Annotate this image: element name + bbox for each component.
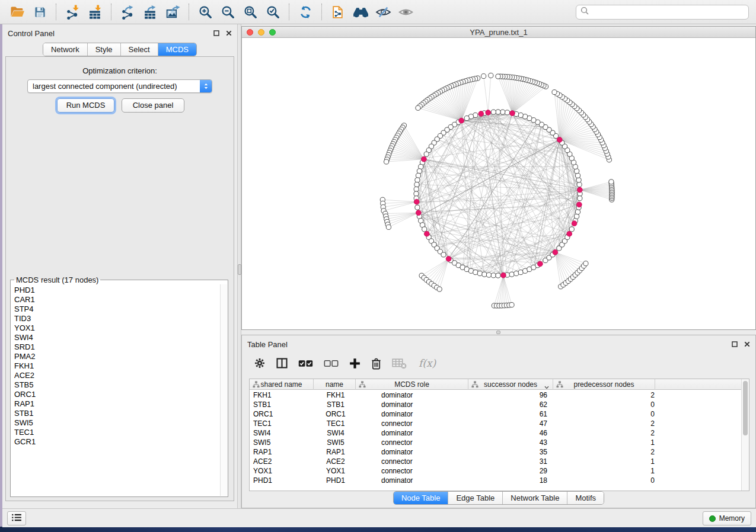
cell-mcds_role[interactable]: connector: [357, 457, 470, 466]
list-item[interactable]: PMA2: [14, 352, 220, 361]
column-header-MCDS-role[interactable]: MCDS role: [356, 379, 468, 390]
scrollbar-thumb[interactable]: [743, 381, 748, 435]
cell-successor_nodes[interactable]: 29: [470, 466, 556, 476]
memory-button[interactable]: Memory: [703, 511, 751, 525]
delete-column-button[interactable]: [371, 357, 382, 370]
cell-mcds_role[interactable]: connector: [357, 466, 470, 476]
cell-shared_name[interactable]: STB1: [250, 400, 314, 409]
list-item[interactable]: FKH1: [14, 361, 220, 371]
tab-network-table[interactable]: Network Table: [502, 492, 567, 504]
cell-name[interactable]: SWI5: [314, 438, 357, 447]
table-row[interactable]: SWI4SWI4dominator462: [250, 428, 742, 438]
list-item[interactable]: GCR1: [14, 437, 220, 447]
cell-shared_name[interactable]: YOX1: [250, 466, 314, 476]
cell-name[interactable]: FKH1: [314, 390, 357, 400]
cell-name[interactable]: RAP1: [314, 447, 357, 457]
list-item[interactable]: SWI5: [14, 418, 220, 428]
select-all-button[interactable]: [298, 358, 314, 368]
cell-name[interactable]: STB1: [314, 400, 357, 409]
tab-mcds[interactable]: MCDS: [158, 43, 196, 56]
table-row[interactable]: PHD1PHD1dominator180: [250, 476, 742, 485]
float-window-icon[interactable]: [212, 29, 220, 37]
zoom-out-button[interactable]: [216, 2, 239, 22]
cell-successor_nodes[interactable]: 43: [470, 438, 556, 447]
column-header-predecessor-nodes[interactable]: predecessor nodes: [553, 379, 655, 390]
save-session-button[interactable]: [28, 2, 51, 22]
cell-successor_nodes[interactable]: 31: [470, 457, 556, 466]
column-header-name[interactable]: name: [314, 379, 356, 390]
network-search-box[interactable]: [576, 5, 749, 20]
table-scrollbar[interactable]: [741, 379, 749, 491]
search-input[interactable]: [592, 8, 744, 17]
cell-predecessor_nodes[interactable]: 0: [556, 409, 658, 419]
cell-successor_nodes[interactable]: 61: [470, 409, 556, 419]
cell-successor_nodes[interactable]: 46: [470, 428, 556, 438]
cell-mcds_role[interactable]: dominator: [357, 428, 470, 438]
cell-successor_nodes[interactable]: 18: [470, 476, 556, 485]
list-item[interactable]: TID3: [14, 314, 220, 323]
cell-successor_nodes[interactable]: 47: [470, 419, 556, 428]
list-item[interactable]: CAR1: [14, 295, 220, 305]
status-menu-button[interactable]: [7, 511, 26, 525]
cell-successor_nodes[interactable]: 35: [470, 447, 556, 457]
zoom-in-button[interactable]: [194, 2, 216, 22]
list-item[interactable]: TEC1: [14, 428, 220, 437]
cell-shared_name[interactable]: FKH1: [250, 390, 314, 400]
new-network-from-selection-button[interactable]: [327, 2, 349, 22]
close-panel-icon[interactable]: [225, 29, 232, 37]
list-item[interactable]: PHD1: [14, 286, 220, 295]
table-row[interactable]: RAP1RAP1dominator352: [250, 447, 742, 457]
cell-shared_name[interactable]: ACE2: [250, 457, 314, 466]
list-item[interactable]: STB5: [14, 380, 220, 390]
splitter-handle[interactable]: [496, 331, 500, 334]
cell-name[interactable]: TEC1: [314, 419, 357, 428]
cell-name[interactable]: PHD1: [314, 476, 357, 485]
cell-mcds_role[interactable]: dominator: [357, 390, 470, 400]
export-table-button[interactable]: [139, 2, 161, 22]
cell-mcds_role[interactable]: connector: [357, 438, 470, 447]
column-layout-button[interactable]: [276, 357, 288, 369]
zoom-selected-button[interactable]: [261, 2, 284, 22]
zoom-fit-button[interactable]: [239, 2, 261, 22]
table-row[interactable]: ACE2ACE2connector311: [250, 457, 742, 466]
tab-motifs[interactable]: Motifs: [567, 492, 604, 504]
cell-shared_name[interactable]: ORC1: [250, 409, 314, 419]
cell-mcds_role[interactable]: dominator: [357, 400, 470, 409]
tab-network[interactable]: Network: [43, 43, 87, 56]
open-file-button[interactable]: [6, 2, 28, 22]
list-item[interactable]: STB1: [14, 409, 220, 418]
cell-shared_name[interactable]: RAP1: [250, 447, 314, 457]
column-header-shared-name[interactable]: shared name: [250, 379, 314, 390]
tab-edge-table[interactable]: Edge Table: [448, 492, 502, 504]
list-item[interactable]: ORC1: [14, 390, 220, 399]
cell-name[interactable]: ORC1: [314, 409, 357, 419]
tab-select[interactable]: Select: [120, 43, 158, 56]
list-item[interactable]: RAP1: [14, 399, 220, 409]
table-row[interactable]: TEC1TEC1connector472: [250, 419, 742, 428]
cell-predecessor_nodes[interactable]: 2: [556, 419, 658, 428]
cell-mcds_role[interactable]: dominator: [357, 409, 470, 419]
export-image-button[interactable]: [161, 2, 184, 22]
settings-button[interactable]: [254, 357, 266, 369]
list-item[interactable]: YOX1: [14, 323, 220, 333]
hide-selected-button[interactable]: [372, 2, 394, 22]
cell-mcds_role[interactable]: dominator: [357, 447, 470, 457]
mcds-result-list[interactable]: PHD1CAR1STP4TID3YOX1SWI4SRD1PMA2FKH1ACE2…: [11, 284, 220, 496]
network-window-titlebar[interactable]: YPA_prune.txt_1: [242, 27, 755, 38]
import-table-button[interactable]: [84, 2, 106, 22]
cell-name[interactable]: SWI4: [314, 428, 357, 438]
cell-name[interactable]: YOX1: [314, 466, 357, 476]
cell-shared_name[interactable]: SWI5: [250, 438, 314, 447]
export-network-button[interactable]: [116, 2, 139, 22]
cell-name[interactable]: ACE2: [314, 457, 357, 466]
deselect-all-button[interactable]: [324, 358, 339, 368]
cell-mcds_role[interactable]: dominator: [357, 476, 470, 485]
search-network-button[interactable]: [349, 2, 372, 22]
column-header-successor-nodes[interactable]: successor nodes: [468, 379, 553, 390]
horizontal-splitter[interactable]: [241, 330, 756, 335]
cell-predecessor_nodes[interactable]: 2: [556, 390, 658, 400]
cell-predecessor_nodes[interactable]: 2: [556, 428, 658, 438]
import-network-button[interactable]: [61, 2, 84, 22]
tab-node-table[interactable]: Node Table: [394, 492, 448, 504]
table-row[interactable]: SWI5SWI5connector431: [250, 438, 742, 447]
